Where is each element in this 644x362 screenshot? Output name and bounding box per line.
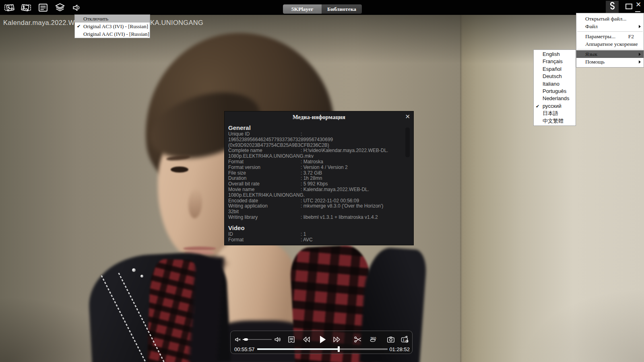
info-label: Overall bit rate: [228, 181, 301, 187]
info-row: 1080p.ELEKTRI4KA.UNIONGANG.: [228, 193, 404, 198]
menu-item-label: Deutsch: [543, 73, 562, 79]
menu-item[interactable]: Français: [534, 58, 576, 65]
camera-icon[interactable]: [386, 335, 396, 344]
close-button[interactable]: ✕: [635, 1, 642, 9]
frame-capture-icon[interactable]: 1: [400, 335, 410, 344]
menu-item[interactable]: Файл: [576, 23, 644, 30]
progress-fill: [257, 348, 339, 350]
info-row: Writing application: mkvmerge v8.3.0 ('O…: [228, 204, 404, 209]
total-time: 01:28:52: [389, 346, 410, 352]
maximize-button[interactable]: [625, 4, 632, 9]
menu-item[interactable]: Помощь: [576, 58, 644, 66]
menu-item[interactable]: Español: [534, 66, 576, 73]
menu-item-label: Аппаратное ускорение: [585, 41, 638, 47]
info-row: 196523895664624577933736732899567430699: [228, 137, 404, 143]
menu-item[interactable]: Português: [534, 88, 576, 95]
info-row: Movie name: Kalendar.maya.2022.WEB-DL.: [228, 187, 404, 193]
playback-controls: 3601 00:55:57 01:28:52: [230, 331, 413, 354]
info-label: Format: [228, 237, 301, 243]
rewind-icon[interactable]: [301, 335, 311, 344]
app-menu: Открытый файл...ФайлПараметры...F2Аппара…: [576, 13, 644, 68]
lips-art: [184, 250, 214, 255]
nose-shadow-art: [188, 187, 203, 219]
menu-item-label: Nederlands: [543, 95, 570, 101]
submenu-arrow-icon: [639, 60, 641, 64]
menu-item-label: Открытый файл...: [585, 16, 626, 22]
app-window: Kalendar.maya.2022.WEB-DL.1080p.ELEKTRI4…: [0, 0, 644, 362]
menu-item-label: Português: [543, 88, 566, 94]
info-value: :: [301, 131, 302, 137]
info-row: Format: Matroska: [228, 159, 404, 165]
menu-item-label: Помощь: [585, 59, 605, 65]
menu-item[interactable]: English: [534, 51, 576, 58]
mute-icon[interactable]: [234, 335, 244, 344]
audio-track-menu: Отключить✔Original AC3 (IVI) - [Russian]…: [74, 14, 150, 38]
volume-icon[interactable]: [273, 335, 283, 344]
info-value: : Matroska: [301, 159, 323, 165]
submenu-arrow-icon: [639, 53, 641, 56]
fast-forward-icon[interactable]: [332, 335, 342, 344]
progress-bar[interactable]: [257, 348, 388, 350]
menu-item-label: Original AAC (IVI) - [Russian]: [83, 31, 149, 37]
progress-knob[interactable]: [338, 346, 340, 352]
info-value: : Version 4 / Version 2: [301, 165, 348, 170]
section-header: Video: [228, 224, 404, 232]
app-logo-menu-button[interactable]: [606, 1, 619, 13]
minimize-button[interactable]: [635, 11, 640, 12]
menu-item[interactable]: ✔Original AC3 (IVI) - [Russian]: [75, 23, 150, 30]
close-icon[interactable]: ✕: [405, 113, 410, 120]
media-info-content: GeneralUnique ID:19652389566462457793373…: [228, 124, 404, 243]
menu-item-label: Параметры...: [585, 33, 615, 39]
menu-item-label: Язык: [585, 51, 597, 57]
playlist-icon[interactable]: [287, 335, 296, 344]
info-value: : H:\video\Kalendar.maya.2022.WEB-DL.: [301, 148, 388, 153]
volume-knob[interactable]: [244, 338, 248, 341]
info-row: ID: 1: [228, 232, 404, 237]
info-row: 32bit: [228, 209, 404, 215]
menu-item[interactable]: Italiano: [534, 80, 576, 88]
menu-item[interactable]: ✔русский: [534, 103, 576, 110]
info-label: Complete name: [228, 148, 301, 154]
info-row: Encoded date: UTC 2022-11-02 00:56:09: [228, 198, 404, 204]
volume-slider[interactable]: [243, 339, 272, 340]
info-row: Duration: 1h 28mn: [228, 176, 404, 181]
info-row: Format version: Version 4 / Version 2: [228, 165, 404, 171]
rotate-left-icon[interactable]: [4, 2, 15, 13]
menu-item[interactable]: Параметры...F2: [576, 33, 644, 40]
menu-item[interactable]: Original AAC (IVI) - [Russian]: [75, 30, 150, 38]
subtitle-icon[interactable]: [37, 2, 49, 13]
info-label: Format version: [228, 165, 301, 171]
menu-item[interactable]: Открытый файл...: [576, 15, 644, 23]
360-icon[interactable]: 360: [368, 335, 378, 344]
tab-library[interactable]: Библиотека: [322, 4, 362, 14]
menu-item[interactable]: Язык: [576, 50, 644, 58]
menu-item[interactable]: Deutsch: [534, 73, 576, 80]
info-row: Format: AVC: [228, 237, 404, 243]
wall-corner-art: [460, 15, 462, 362]
menu-item[interactable]: Отключить: [75, 15, 150, 23]
menu-shortcut: F2: [628, 33, 634, 40]
info-row: Writing library: libebml v1.3.1 + libmat…: [228, 215, 404, 220]
menu-item[interactable]: 中文繁體: [534, 117, 576, 125]
scissors-icon[interactable]: [353, 335, 363, 344]
toolbar-icon-group: [4, 2, 83, 13]
eye-art: [171, 167, 188, 173]
menu-item[interactable]: Аппаратное ускорение: [576, 40, 644, 48]
rotate-right-icon[interactable]: [21, 2, 32, 13]
play-icon[interactable]: [316, 333, 328, 346]
menu-item-label: Italiano: [543, 81, 559, 87]
mode-tabs: 5KPlayerБиблиотека: [283, 4, 362, 14]
menu-item[interactable]: 日本語: [534, 110, 576, 117]
info-value: : libebml v1.3.1 + libmatroska v1.4.2: [301, 214, 378, 220]
menu-item-label: русский: [543, 103, 561, 109]
info-value: : mkvmerge v8.3.0 ('Over the Horizon'): [301, 203, 383, 209]
dialog-scrollbar[interactable]: [405, 128, 410, 157]
audio-track-icon[interactable]: [71, 2, 83, 13]
info-value: : UTC 2022-11-02 00:56:09: [301, 198, 359, 204]
menu-item[interactable]: Nederlands: [534, 95, 576, 102]
tab-5kplayer[interactable]: 5KPlayer: [283, 4, 322, 14]
layers-icon[interactable]: [54, 2, 66, 13]
jacket-button-art: [132, 268, 136, 272]
info-value: : Kalendar.maya.2022.WEB-DL.: [301, 187, 369, 192]
zipper-art: [118, 273, 165, 362]
